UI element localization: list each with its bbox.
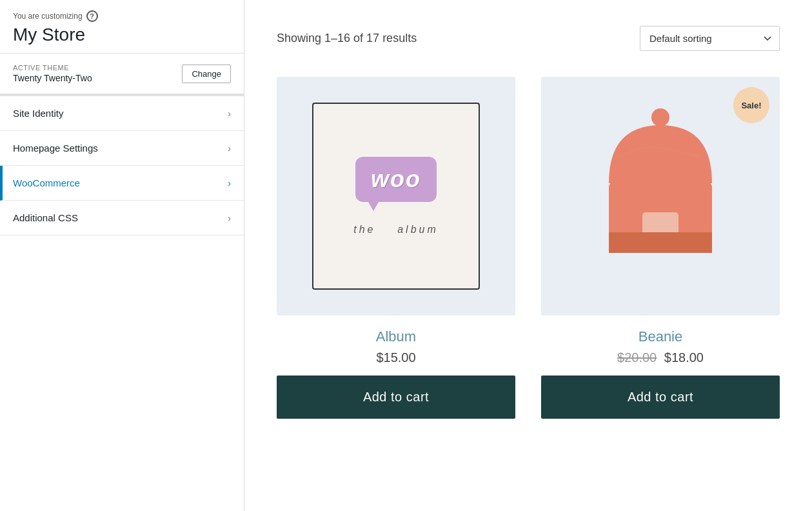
add-to-cart-beanie[interactable]: Add to cart (541, 376, 780, 419)
customizing-text: You are customizing (13, 12, 83, 21)
album-subtitle: the album (353, 224, 439, 235)
price-value-album: $15.00 (376, 350, 415, 365)
chevron-right-icon: › (228, 213, 231, 223)
theme-name: Twenty Twenty-Two (13, 73, 92, 83)
product-card-album: woo the album Album $15.00 Add to cart (277, 77, 515, 419)
sidebar: You are customizing ? My Store Active th… (0, 0, 244, 511)
sidebar-item-woocommerce[interactable]: WooCommerce › (0, 166, 244, 201)
product-image-album: woo the album (277, 77, 515, 316)
add-to-cart-album[interactable]: Add to cart (277, 376, 515, 419)
chevron-right-icon: › (228, 143, 231, 154)
product-price-beanie: $20.00 $18.00 (617, 350, 704, 365)
sidebar-item-additional-css[interactable]: Additional CSS › (0, 201, 244, 235)
active-theme-label: Active theme (13, 64, 92, 72)
chevron-right-icon: › (228, 108, 231, 119)
album-art: woo the album (312, 103, 480, 290)
woo-logo-text: woo (371, 166, 421, 192)
svg-point-0 (651, 108, 669, 126)
sidebar-item-homepage-settings[interactable]: Homepage Settings › (0, 131, 244, 166)
product-name-beanie: Beanie (639, 328, 683, 345)
beanie-art (589, 106, 731, 286)
sort-select[interactable]: Default sorting Sort by popularity Sort … (640, 26, 780, 51)
theme-info: Active theme Twenty Twenty-Two (13, 64, 92, 83)
customizing-label: You are customizing ? (13, 10, 231, 22)
product-image-beanie: Sale! (541, 77, 780, 316)
product-price-album: $15.00 (376, 350, 415, 365)
sidebar-top: You are customizing ? My Store (0, 0, 244, 54)
products-grid: woo the album Album $15.00 Add to cart S… (277, 77, 780, 419)
nav-label-site-identity: Site Identity (13, 108, 63, 119)
product-name-album: Album (376, 328, 416, 345)
woo-bubble: woo (355, 157, 437, 202)
sale-badge: Sale! (733, 87, 769, 123)
price-original-beanie: $20.00 (617, 350, 657, 365)
sidebar-theme: Active theme Twenty Twenty-Two Change (0, 54, 244, 96)
main-content: Showing 1–16 of 17 results Default sorti… (244, 0, 812, 511)
sidebar-item-site-identity[interactable]: Site Identity › (0, 96, 244, 131)
nav-label-woocommerce: WooCommerce (13, 177, 80, 188)
store-name: My Store (13, 25, 231, 45)
results-bar: Showing 1–16 of 17 results Default sorti… (277, 26, 780, 51)
nav-label-additional-css: Additional CSS (13, 212, 78, 223)
svg-rect-4 (609, 246, 712, 253)
sidebar-nav: Site Identity › Homepage Settings › WooC… (0, 96, 244, 511)
change-theme-button[interactable]: Change (182, 65, 231, 83)
product-card-beanie: Sale! Beanie (541, 77, 780, 419)
results-count: Showing 1–16 of 17 results (277, 32, 417, 45)
price-sale-beanie: $18.00 (664, 350, 704, 365)
help-icon[interactable]: ? (86, 10, 98, 22)
nav-label-homepage-settings: Homepage Settings (13, 143, 98, 154)
chevron-right-icon: › (228, 178, 231, 188)
